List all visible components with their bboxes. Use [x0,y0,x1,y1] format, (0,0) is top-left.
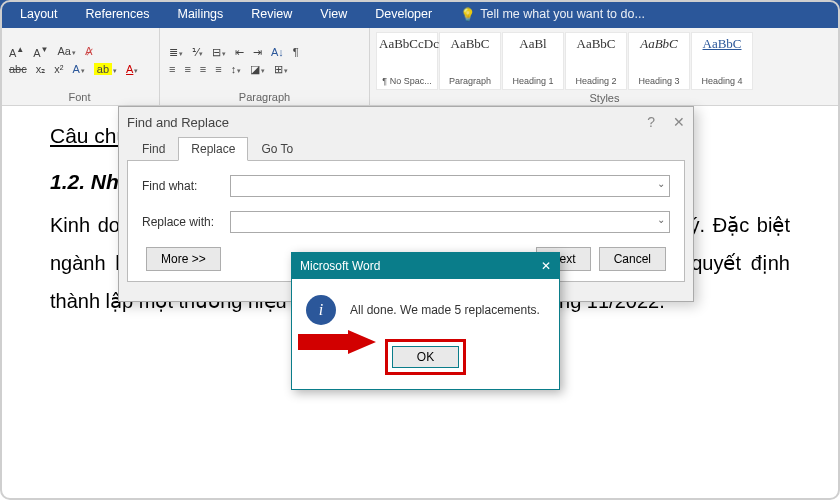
find-replace-tabs: Find Replace Go To [119,137,693,161]
styles-gallery[interactable]: AaBbCcDc¶ No Spac... AaBbCParagraph AaBl… [376,32,833,90]
tab-references[interactable]: References [72,0,164,28]
ribbon: A▲ A▼ Aa▾ A̷ abc x₂ x² A▾ ab▾ A▾ Font [0,28,840,106]
group-font: A▲ A▼ Aa▾ A̷ abc x₂ x² A▾ ab▾ A▾ Font [0,28,160,105]
shrink-font-button[interactable]: A▼ [30,44,51,60]
message-titlebar[interactable]: Microsoft Word ✕ [292,253,559,279]
shading-button[interactable]: ◪▾ [247,62,268,77]
tab-layout[interactable]: Layout [6,0,72,28]
style-heading2[interactable]: AaBbCHeading 2 [565,32,627,90]
style-heading4[interactable]: AaBbCHeading 4 [691,32,753,90]
clear-format-button[interactable]: A̷ [82,44,96,60]
font-color-button[interactable]: A▾ [123,62,141,77]
linespacing-button[interactable]: ↕▾ [228,62,245,77]
group-font-label: Font [6,89,153,105]
indent-left-button[interactable]: ⇤ [232,45,247,60]
lightbulb-icon: 💡 [460,7,476,22]
sort-button[interactable]: A↓ [268,45,287,60]
justify-button[interactable]: ≡ [212,62,224,77]
find-replace-title: Find and Replace [127,115,229,130]
multilevel-button[interactable]: ⊟▾ [209,45,229,60]
grow-font-button[interactable]: A▲ [6,44,27,60]
message-text: All done. We made 5 replacements. [350,303,540,317]
findwhat-label: Find what: [142,179,222,193]
replacewith-input[interactable] [230,211,670,233]
indent-right-button[interactable]: ⇥ [250,45,265,60]
annotation-arrow [298,330,378,354]
superscript-button[interactable]: x² [51,62,66,77]
info-icon: i [306,295,336,325]
style-paragraph[interactable]: AaBbCParagraph [439,32,501,90]
align-right-button[interactable]: ≡ [197,62,209,77]
ok-button[interactable]: OK [392,346,459,368]
style-heading1[interactable]: AaBlHeading 1 [502,32,564,90]
strike-button[interactable]: abc [6,62,30,77]
style-nospacing[interactable]: AaBbCcDc¶ No Spac... [376,32,438,90]
tab-developer[interactable]: Developer [361,0,446,28]
close-icon[interactable]: ✕ [541,259,551,273]
align-center-button[interactable]: ≡ [181,62,193,77]
find-replace-titlebar[interactable]: Find and Replace ?✕ [119,107,693,137]
tab-find[interactable]: Find [129,137,178,161]
tell-me[interactable]: 💡Tell me what you want to do... [446,0,659,28]
highlight-button[interactable]: ab▾ [91,62,120,77]
align-left-button[interactable]: ≡ [166,62,178,77]
tab-goto[interactable]: Go To [248,137,306,161]
close-icon[interactable]: ✕ [673,114,685,130]
tab-review[interactable]: Review [237,0,306,28]
showmarks-button[interactable]: ¶ [290,45,302,60]
cancel-button[interactable]: Cancel [599,247,666,271]
message-dialog: Microsoft Word ✕ i All done. We made 5 r… [291,252,560,390]
replacewith-label: Replace with: [142,215,222,229]
group-styles-label: Styles [376,90,833,106]
borders-button[interactable]: ⊞▾ [271,62,291,77]
change-case-button[interactable]: Aa▾ [55,44,79,60]
style-heading3[interactable]: AaBbCHeading 3 [628,32,690,90]
group-styles: AaBbCcDc¶ No Spac... AaBbCParagraph AaBl… [370,28,840,105]
bullets-button[interactable]: ≣▾ [166,45,186,60]
tab-view[interactable]: View [306,0,361,28]
group-paragraph-label: Paragraph [166,89,363,105]
subscript-button[interactable]: x₂ [33,62,49,77]
ok-highlight: OK [385,339,466,375]
text-effects-button[interactable]: A▾ [69,62,87,77]
tab-replace[interactable]: Replace [178,137,248,161]
ribbon-tabs: Layout References Mailings Review View D… [0,0,840,28]
help-icon[interactable]: ? [647,114,655,130]
numbering-button[interactable]: ⅟▾ [189,45,206,60]
findwhat-input[interactable] [230,175,670,197]
more-button[interactable]: More >> [146,247,221,271]
message-title: Microsoft Word [300,259,380,273]
group-paragraph: ≣▾ ⅟▾ ⊟▾ ⇤ ⇥ A↓ ¶ ≡ ≡ ≡ ≡ ↕▾ ◪▾ ⊞▾ [160,28,370,105]
tab-mailings[interactable]: Mailings [163,0,237,28]
svg-marker-0 [298,330,376,354]
